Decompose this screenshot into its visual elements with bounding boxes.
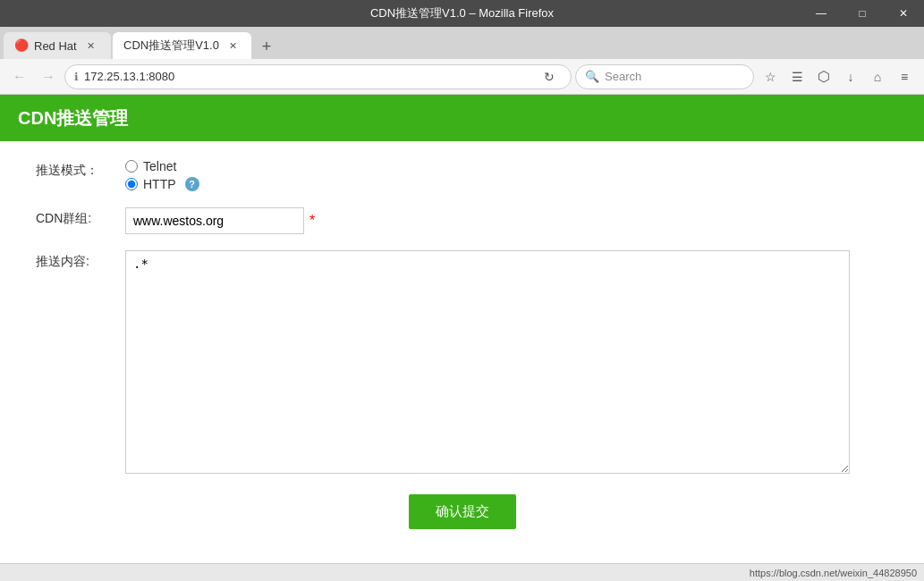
submit-button[interactable]: 确认提交 [409,494,516,529]
nav-icons: ☆ ☰ ⬡ ↓ ⌂ ≡ [758,64,917,89]
maximize-button[interactable]: □ [842,0,883,27]
mode-row: 推送模式： Telnet HTTP ? [36,159,888,191]
titlebar-title: CDN推送管理V1.0 – Mozilla Firefox [370,5,554,21]
home-icon: ⌂ [874,70,881,84]
tab-cdn[interactable]: CDN推送管理V1.0 ✕ [113,32,251,59]
download-button[interactable]: ↓ [838,64,863,89]
statusbar: https://blog.csdn.net/weixin_44828950 [0,563,924,581]
submit-row: 确认提交 [36,494,888,529]
menu-button[interactable]: ≡ [892,64,917,89]
content-row: 推送内容: .* [36,250,888,476]
reload-button[interactable]: ↻ [537,64,562,89]
cdn-group-control: * [125,207,888,234]
content-control: .* [125,250,888,476]
page-title: CDN推送管理 [18,106,128,131]
search-icon: 🔍 [585,70,599,83]
close-button[interactable]: ✕ [883,0,924,27]
cdn-group-label: CDN群组: [36,207,125,227]
cdn-group-row: CDN群组: * [36,207,888,234]
mode-control: Telnet HTTP ? [125,159,888,191]
page-content: 推送模式： Telnet HTTP ? CDN群组: * [0,141,924,563]
minimize-button[interactable]: — [801,0,842,27]
address-bar[interactable]: ℹ 172.25.13.1:8080 ↻ [64,64,572,89]
bookmark-button[interactable]: ☆ [758,64,783,89]
address-lock-icon: ℹ [74,71,79,83]
tab-close-cdn[interactable]: ✕ [226,38,241,53]
home-button[interactable]: ⌂ [865,64,890,89]
titlebar-controls: — □ ✕ [801,0,924,27]
download-icon: ↓ [848,70,854,84]
mode-http-label: HTTP [143,177,176,191]
page-header: CDN推送管理 [0,95,924,141]
back-button[interactable]: ← [7,64,32,89]
content-textarea[interactable]: .* [125,250,850,474]
tabbar: 🔴 Red Hat ✕ CDN推送管理V1.0 ✕ + [0,27,924,59]
new-tab-button[interactable]: + [253,34,280,59]
pocket-button[interactable]: ⬡ [811,64,836,89]
mode-telnet-item: Telnet [125,159,888,173]
cdn-group-input-row: * [125,207,888,234]
mode-radio-group: Telnet HTTP ? [125,159,888,191]
reader-icon: ☰ [792,70,803,84]
address-text: 172.25.13.1:8080 [84,70,537,83]
back-icon: ← [13,69,27,85]
tab-redhat[interactable]: 🔴 Red Hat ✕ [4,32,111,59]
mode-label: 推送模式： [36,159,125,179]
mode-telnet-label: Telnet [143,159,176,173]
forward-button[interactable]: → [36,64,61,89]
tab-favicon-redhat: 🔴 [14,38,29,53]
reload-icon: ↻ [544,70,555,84]
mode-http-radio[interactable] [125,178,138,190]
titlebar: CDN推送管理V1.0 – Mozilla Firefox — □ ✕ [0,0,924,27]
navbar: ← → ℹ 172.25.13.1:8080 ↻ 🔍 Search ☆ ☰ ⬡ … [0,59,924,95]
http-help-icon[interactable]: ? [185,177,199,191]
bookmark-icon: ☆ [765,70,776,84]
reader-button[interactable]: ☰ [784,64,810,89]
forward-icon: → [41,69,55,85]
cdn-group-input[interactable] [125,207,304,234]
mode-telnet-radio[interactable] [125,160,138,173]
statusbar-url: https://blog.csdn.net/weixin_44828950 [750,568,917,578]
content-label: 推送内容: [36,250,125,270]
mode-http-item: HTTP ? [125,177,888,191]
search-bar[interactable]: 🔍 Search [575,64,754,89]
tab-close-redhat[interactable]: ✕ [84,38,98,53]
search-placeholder: Search [605,70,641,83]
menu-icon: ≡ [901,70,908,84]
tab-label-redhat: Red Hat [34,39,77,53]
tab-label-cdn: CDN推送管理V1.0 [123,38,219,54]
cdn-group-required: * [309,213,315,229]
pocket-icon: ⬡ [818,68,830,85]
